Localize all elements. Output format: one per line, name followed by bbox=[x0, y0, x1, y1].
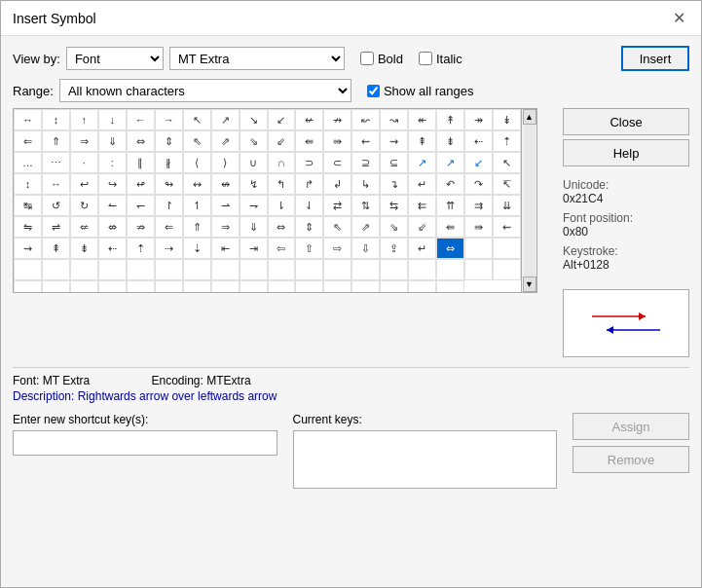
symbol-cell[interactable]: ↓ bbox=[98, 109, 127, 130]
symbol-cell[interactable]: ⇎ bbox=[98, 216, 127, 238]
symbol-cell[interactable]: ⇔ bbox=[436, 238, 464, 259]
symbol-cell[interactable] bbox=[70, 259, 98, 280]
symbol-cell[interactable]: ↸ bbox=[493, 173, 521, 195]
symbol-cell[interactable] bbox=[351, 280, 380, 293]
symbol-cell[interactable]: ↜ bbox=[351, 109, 380, 130]
symbol-cell[interactable]: ⇈ bbox=[436, 195, 464, 216]
symbol-cell[interactable]: · bbox=[70, 152, 98, 173]
symbol-cell[interactable]: ⇑ bbox=[42, 130, 70, 152]
symbol-cell[interactable]: ⇩ bbox=[351, 238, 380, 259]
symbol-cell[interactable]: ⇥ bbox=[240, 238, 268, 259]
symbol-cell[interactable]: ⇚ bbox=[295, 130, 323, 152]
symbol-cell[interactable] bbox=[211, 259, 240, 280]
symbol-cell[interactable]: ⇖ bbox=[323, 216, 351, 238]
symbol-cell[interactable]: ↵ bbox=[408, 238, 436, 259]
symbol-cell[interactable] bbox=[323, 259, 351, 280]
symbol-cell[interactable]: ↬ bbox=[155, 173, 183, 195]
symbol-cell[interactable]: ↡ bbox=[493, 109, 521, 130]
symbol-cell[interactable]: ⇋ bbox=[14, 216, 42, 238]
new-key-input[interactable] bbox=[13, 430, 277, 456]
symbol-cell[interactable] bbox=[14, 280, 42, 293]
symbol-cell[interactable]: ⇔ bbox=[268, 216, 296, 238]
symbol-cell[interactable]: ↫ bbox=[127, 173, 155, 195]
close-button[interactable]: Close bbox=[563, 108, 689, 135]
symbol-cell[interactable]: ↱ bbox=[295, 173, 323, 195]
symbol-cell[interactable]: ↭ bbox=[183, 173, 211, 195]
symbol-cell[interactable]: ↝ bbox=[380, 109, 408, 130]
symbol-cell[interactable] bbox=[436, 280, 464, 293]
symbol-cell[interactable]: ⇛ bbox=[464, 216, 493, 238]
symbol-cell[interactable]: ⇝ bbox=[14, 238, 42, 259]
symbol-cell[interactable]: ⊆ bbox=[380, 152, 408, 173]
symbol-cell[interactable]: ⇞ bbox=[42, 238, 70, 259]
symbol-cell[interactable]: ⇪ bbox=[380, 238, 408, 259]
symbol-cell[interactable]: ⇘ bbox=[240, 130, 268, 152]
symbol-cell[interactable]: ⇕ bbox=[295, 216, 323, 238]
symbol-grid[interactable]: ↔↕↑↓←→↖↗↘↙↚↛↜↝↞↟↠↡⇐⇑⇒⇓⇔⇕⇖⇗⇘⇙⇚⇛⇜⇝⇞⇟⇠⇡…⋯·:… bbox=[14, 109, 536, 293]
symbol-cell[interactable]: ⇜ bbox=[351, 130, 380, 152]
symbol-cell[interactable] bbox=[155, 259, 183, 280]
symbol-cell[interactable]: ↰ bbox=[268, 173, 296, 195]
symbol-cell[interactable]: ↘ bbox=[240, 109, 268, 130]
symbol-cell[interactable]: ⇙ bbox=[408, 216, 436, 238]
symbol-cell[interactable]: ∦ bbox=[155, 152, 183, 173]
symbol-cell[interactable]: ↛ bbox=[323, 109, 351, 130]
symbol-cell[interactable]: ⇅ bbox=[351, 195, 380, 216]
symbol-cell[interactable]: ↩ bbox=[70, 173, 98, 195]
symbol-cell[interactable]: ⇚ bbox=[436, 216, 464, 238]
symbol-cell[interactable]: ↻ bbox=[70, 195, 98, 216]
symbol-cell[interactable]: ↴ bbox=[380, 173, 408, 195]
symbol-cell[interactable]: ⇐ bbox=[14, 130, 42, 152]
insert-button[interactable]: Insert bbox=[621, 46, 689, 71]
symbol-cell[interactable]: ⇠ bbox=[464, 130, 493, 152]
symbol-cell[interactable] bbox=[493, 259, 521, 280]
symbol-cell[interactable]: ⊃ bbox=[295, 152, 323, 173]
symbol-cell[interactable]: : bbox=[98, 152, 127, 173]
symbol-cell[interactable]: ⇒ bbox=[70, 130, 98, 152]
symbol-cell[interactable]: ⇡ bbox=[127, 238, 155, 259]
symbol-cell[interactable]: ↷ bbox=[464, 173, 493, 195]
symbol-cell[interactable] bbox=[436, 259, 464, 280]
viewby-select[interactable]: Font Unicode bbox=[66, 47, 164, 70]
symbol-cell[interactable]: ↕ bbox=[42, 109, 70, 130]
symbol-cell[interactable]: ⇄ bbox=[323, 195, 351, 216]
symbol-cell[interactable] bbox=[295, 259, 323, 280]
symbol-cell[interactable]: ← bbox=[127, 109, 155, 130]
symbol-cell[interactable]: ↪ bbox=[98, 173, 127, 195]
symbol-cell[interactable] bbox=[127, 259, 155, 280]
symbol-cell[interactable] bbox=[42, 259, 70, 280]
symbol-cell[interactable] bbox=[42, 280, 70, 293]
close-icon[interactable]: ✕ bbox=[669, 9, 689, 27]
symbol-cell[interactable]: ↟ bbox=[436, 109, 464, 130]
symbol-cell[interactable]: ⇇ bbox=[408, 195, 436, 216]
symbol-cell[interactable]: ⊂ bbox=[323, 152, 351, 173]
fontname-select[interactable]: MT Extra Arial Times New Roman Symbol bbox=[169, 47, 345, 70]
bold-checkbox[interactable] bbox=[360, 52, 374, 65]
symbol-cell[interactable] bbox=[268, 280, 296, 293]
symbol-cell[interactable]: ↾ bbox=[155, 195, 183, 216]
symbol-cell[interactable] bbox=[240, 259, 268, 280]
symbol-cell[interactable]: ⇂ bbox=[268, 195, 296, 216]
symbol-cell[interactable]: ∪ bbox=[240, 152, 268, 173]
symbol-cell[interactable] bbox=[183, 259, 211, 280]
symbol-cell[interactable]: ⇐ bbox=[155, 216, 183, 238]
symbol-cell[interactable]: ⇘ bbox=[380, 216, 408, 238]
remove-button[interactable]: Remove bbox=[573, 446, 689, 473]
symbol-cell[interactable]: ⇌ bbox=[42, 216, 70, 238]
symbol-cell[interactable]: ⇖ bbox=[183, 130, 211, 152]
symbol-cell[interactable]: ∩ bbox=[268, 152, 296, 173]
symbol-cell[interactable]: ⇓ bbox=[98, 130, 127, 152]
symbol-cell[interactable]: ⇣ bbox=[183, 238, 211, 259]
symbol-cell[interactable]: ↗ bbox=[436, 152, 464, 173]
symbol-cell[interactable]: ⇁ bbox=[240, 195, 268, 216]
symbol-cell[interactable]: ↖ bbox=[493, 152, 521, 173]
symbol-cell[interactable]: ⇗ bbox=[211, 130, 240, 152]
symbol-cell[interactable]: ↑ bbox=[70, 109, 98, 130]
symbol-cell[interactable]: ⇙ bbox=[268, 130, 296, 152]
symbol-cell[interactable]: ↠ bbox=[464, 109, 493, 130]
italic-checkbox[interactable] bbox=[419, 52, 432, 65]
symbol-cell[interactable]: ⊇ bbox=[351, 152, 380, 173]
scroll-up[interactable]: ▲ bbox=[523, 109, 536, 125]
symbol-cell[interactable]: ⟨ bbox=[183, 152, 211, 173]
symbol-cell[interactable] bbox=[380, 280, 408, 293]
